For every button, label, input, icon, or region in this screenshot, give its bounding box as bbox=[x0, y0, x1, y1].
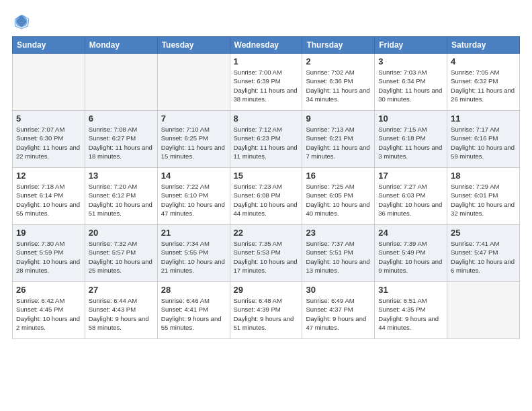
day-number: 5 bbox=[16, 113, 81, 124]
day-number: 12 bbox=[16, 171, 81, 181]
day-info: Sunrise: 7:35 AM Sunset: 5:53 PM Dayligh… bbox=[234, 239, 299, 275]
calendar-table: SundayMondayTuesdayWednesdayThursdayFrid… bbox=[12, 36, 520, 339]
day-info: Sunrise: 7:02 AM Sunset: 6:36 PM Dayligh… bbox=[306, 68, 371, 103]
calendar-cell: 15Sunrise: 7:23 AM Sunset: 6:08 PM Dayli… bbox=[230, 168, 302, 225]
day-number: 6 bbox=[89, 113, 154, 124]
calendar-week-row: 12Sunrise: 7:18 AM Sunset: 6:14 PM Dayli… bbox=[13, 168, 520, 225]
day-number: 19 bbox=[16, 228, 81, 238]
day-number: 3 bbox=[378, 56, 443, 66]
day-info: Sunrise: 7:17 AM Sunset: 6:16 PM Dayligh… bbox=[451, 125, 516, 161]
logo bbox=[12, 12, 34, 31]
day-info: Sunrise: 7:18 AM Sunset: 6:14 PM Dayligh… bbox=[16, 182, 81, 218]
weekday-header: Saturday bbox=[447, 37, 520, 54]
day-number: 15 bbox=[234, 171, 299, 181]
day-info: Sunrise: 6:42 AM Sunset: 4:45 PM Dayligh… bbox=[16, 296, 81, 332]
calendar-cell: 23Sunrise: 7:37 AM Sunset: 5:51 PM Dayli… bbox=[302, 225, 375, 282]
weekday-header: Friday bbox=[375, 37, 447, 54]
calendar-week-row: 1Sunrise: 7:00 AM Sunset: 6:39 PM Daylig… bbox=[13, 54, 520, 111]
day-number: 1 bbox=[234, 56, 299, 66]
day-number: 31 bbox=[378, 285, 443, 295]
calendar-cell: 5Sunrise: 7:07 AM Sunset: 6:30 PM Daylig… bbox=[13, 111, 85, 168]
day-info: Sunrise: 7:12 AM Sunset: 6:23 PM Dayligh… bbox=[234, 125, 299, 161]
day-info: Sunrise: 7:37 AM Sunset: 5:51 PM Dayligh… bbox=[306, 239, 371, 275]
day-info: Sunrise: 7:34 AM Sunset: 5:55 PM Dayligh… bbox=[161, 239, 226, 275]
day-info: Sunrise: 7:30 AM Sunset: 5:59 PM Dayligh… bbox=[16, 239, 81, 275]
calendar-cell: 9Sunrise: 7:13 AM Sunset: 6:21 PM Daylig… bbox=[302, 111, 375, 168]
calendar-cell: 12Sunrise: 7:18 AM Sunset: 6:14 PM Dayli… bbox=[13, 168, 85, 225]
calendar-week-row: 19Sunrise: 7:30 AM Sunset: 5:59 PM Dayli… bbox=[13, 225, 520, 282]
page-header bbox=[12, 12, 520, 31]
day-number: 26 bbox=[16, 285, 81, 295]
day-number: 7 bbox=[161, 113, 226, 124]
day-info: Sunrise: 7:13 AM Sunset: 6:21 PM Dayligh… bbox=[306, 125, 371, 161]
weekday-header: Sunday bbox=[13, 37, 85, 54]
calendar-cell bbox=[85, 54, 157, 111]
day-info: Sunrise: 7:41 AM Sunset: 5:47 PM Dayligh… bbox=[451, 239, 516, 275]
calendar-cell: 24Sunrise: 7:39 AM Sunset: 5:49 PM Dayli… bbox=[375, 225, 447, 282]
day-info: Sunrise: 6:49 AM Sunset: 4:37 PM Dayligh… bbox=[306, 296, 371, 332]
day-number: 24 bbox=[378, 228, 443, 238]
calendar-cell: 25Sunrise: 7:41 AM Sunset: 5:47 PM Dayli… bbox=[447, 225, 520, 282]
day-number: 16 bbox=[306, 171, 371, 181]
day-number: 20 bbox=[89, 228, 154, 238]
calendar-cell: 21Sunrise: 7:34 AM Sunset: 5:55 PM Dayli… bbox=[157, 225, 230, 282]
day-number: 25 bbox=[451, 228, 516, 238]
day-info: Sunrise: 7:00 AM Sunset: 6:39 PM Dayligh… bbox=[234, 68, 299, 103]
day-info: Sunrise: 7:39 AM Sunset: 5:49 PM Dayligh… bbox=[378, 239, 443, 275]
weekday-header-row: SundayMondayTuesdayWednesdayThursdayFrid… bbox=[13, 37, 520, 54]
day-number: 4 bbox=[451, 56, 516, 66]
calendar-cell: 28Sunrise: 6:46 AM Sunset: 4:41 PM Dayli… bbox=[157, 282, 230, 339]
day-info: Sunrise: 6:46 AM Sunset: 4:41 PM Dayligh… bbox=[161, 296, 226, 332]
calendar-cell bbox=[157, 54, 230, 111]
calendar-cell: 19Sunrise: 7:30 AM Sunset: 5:59 PM Dayli… bbox=[13, 225, 85, 282]
day-number: 30 bbox=[306, 285, 371, 295]
calendar-cell: 30Sunrise: 6:49 AM Sunset: 4:37 PM Dayli… bbox=[302, 282, 375, 339]
day-info: Sunrise: 7:03 AM Sunset: 6:34 PM Dayligh… bbox=[378, 68, 443, 103]
day-number: 22 bbox=[234, 228, 299, 238]
calendar-cell: 26Sunrise: 6:42 AM Sunset: 4:45 PM Dayli… bbox=[13, 282, 85, 339]
day-number: 11 bbox=[451, 113, 516, 124]
day-number: 18 bbox=[451, 171, 516, 181]
calendar-cell bbox=[447, 282, 520, 339]
logo-icon bbox=[12, 12, 31, 31]
day-number: 8 bbox=[234, 113, 299, 124]
calendar-cell: 7Sunrise: 7:10 AM Sunset: 6:25 PM Daylig… bbox=[157, 111, 230, 168]
day-info: Sunrise: 7:10 AM Sunset: 6:25 PM Dayligh… bbox=[161, 125, 226, 161]
day-info: Sunrise: 6:44 AM Sunset: 4:43 PM Dayligh… bbox=[89, 296, 154, 332]
calendar-cell: 4Sunrise: 7:05 AM Sunset: 6:32 PM Daylig… bbox=[447, 54, 520, 111]
calendar-cell: 16Sunrise: 7:25 AM Sunset: 6:05 PM Dayli… bbox=[302, 168, 375, 225]
weekday-header: Wednesday bbox=[230, 37, 302, 54]
calendar-cell: 20Sunrise: 7:32 AM Sunset: 5:57 PM Dayli… bbox=[85, 225, 157, 282]
calendar-cell: 29Sunrise: 6:48 AM Sunset: 4:39 PM Dayli… bbox=[230, 282, 302, 339]
weekday-header: Monday bbox=[85, 37, 157, 54]
day-info: Sunrise: 7:25 AM Sunset: 6:05 PM Dayligh… bbox=[306, 182, 371, 218]
calendar-week-row: 5Sunrise: 7:07 AM Sunset: 6:30 PM Daylig… bbox=[13, 111, 520, 168]
calendar-cell: 18Sunrise: 7:29 AM Sunset: 6:01 PM Dayli… bbox=[447, 168, 520, 225]
day-info: Sunrise: 7:32 AM Sunset: 5:57 PM Dayligh… bbox=[89, 239, 154, 275]
calendar-cell: 14Sunrise: 7:22 AM Sunset: 6:10 PM Dayli… bbox=[157, 168, 230, 225]
day-number: 9 bbox=[306, 113, 371, 124]
calendar-cell: 1Sunrise: 7:00 AM Sunset: 6:39 PM Daylig… bbox=[230, 54, 302, 111]
day-number: 17 bbox=[378, 171, 443, 181]
calendar-cell: 10Sunrise: 7:15 AM Sunset: 6:18 PM Dayli… bbox=[375, 111, 447, 168]
day-info: Sunrise: 6:51 AM Sunset: 4:35 PM Dayligh… bbox=[378, 296, 443, 332]
day-number: 27 bbox=[89, 285, 154, 295]
day-number: 21 bbox=[161, 228, 226, 238]
weekday-header: Tuesday bbox=[157, 37, 230, 54]
day-info: Sunrise: 7:08 AM Sunset: 6:27 PM Dayligh… bbox=[89, 125, 154, 161]
day-number: 14 bbox=[161, 171, 226, 181]
calendar-cell: 11Sunrise: 7:17 AM Sunset: 6:16 PM Dayli… bbox=[447, 111, 520, 168]
calendar-cell: 22Sunrise: 7:35 AM Sunset: 5:53 PM Dayli… bbox=[230, 225, 302, 282]
day-info: Sunrise: 7:22 AM Sunset: 6:10 PM Dayligh… bbox=[161, 182, 226, 218]
day-info: Sunrise: 6:48 AM Sunset: 4:39 PM Dayligh… bbox=[234, 296, 299, 332]
weekday-header: Thursday bbox=[302, 37, 375, 54]
day-info: Sunrise: 7:29 AM Sunset: 6:01 PM Dayligh… bbox=[451, 182, 516, 218]
calendar-cell: 3Sunrise: 7:03 AM Sunset: 6:34 PM Daylig… bbox=[375, 54, 447, 111]
day-info: Sunrise: 7:15 AM Sunset: 6:18 PM Dayligh… bbox=[378, 125, 443, 161]
calendar-cell: 8Sunrise: 7:12 AM Sunset: 6:23 PM Daylig… bbox=[230, 111, 302, 168]
day-number: 23 bbox=[306, 228, 371, 238]
day-info: Sunrise: 7:27 AM Sunset: 6:03 PM Dayligh… bbox=[378, 182, 443, 218]
day-number: 10 bbox=[378, 113, 443, 124]
day-number: 13 bbox=[89, 171, 154, 181]
day-number: 29 bbox=[234, 285, 299, 295]
